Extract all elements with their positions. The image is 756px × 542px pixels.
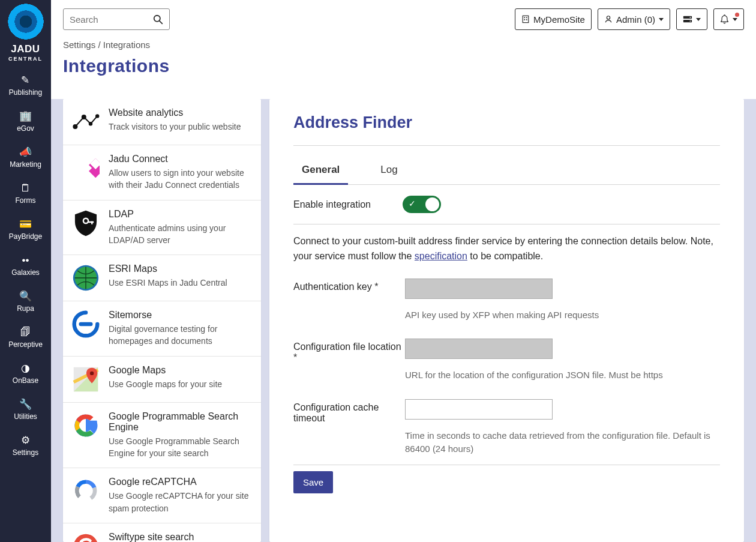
page-title: Integrations (63, 56, 744, 76)
nav-item-paybridge[interactable]: 💳PayBridge (8, 212, 43, 248)
chevron-down-icon (659, 18, 664, 21)
notification-dot-icon (735, 13, 739, 17)
integration-item-connect[interactable]: Jadu ConnectAllow users to sign into you… (63, 145, 261, 200)
building-icon (521, 15, 530, 23)
integration-item-sitemorse[interactable]: SitemorseDigital governance testing for … (63, 301, 261, 357)
svg-rect-2 (523, 16, 529, 22)
config-location-field: Configuration file location * URL for th… (293, 330, 720, 391)
svg-rect-3 (524, 17, 525, 19)
nav-item-perceptive[interactable]: 🗐Perceptive (8, 320, 43, 356)
svg-point-11 (690, 20, 691, 22)
auth-key-hint: API key used by XFP when making API requ… (405, 309, 720, 322)
required-mark: * (374, 282, 378, 292)
search-box[interactable] (63, 8, 170, 30)
marketing-icon: 📣 (19, 147, 32, 157)
integration-desc: Authenticate admins using your LDAP/AD s… (109, 222, 253, 247)
nav-label: Rupa (17, 304, 34, 313)
recaptcha-icon (71, 477, 100, 505)
nav-item-galaxies[interactable]: ••Galaxies (8, 248, 43, 284)
breadcrumb-settings[interactable]: Settings (63, 40, 95, 50)
apps-menu-button[interactable] (676, 8, 707, 30)
integration-title: Google Maps (109, 365, 222, 376)
nav-label: Galaxies (11, 268, 40, 277)
user-icon (604, 15, 613, 23)
brand-name: JADU (11, 43, 40, 55)
integration-item-analytics[interactable]: Website analyticsTrack visitors to your … (63, 99, 261, 145)
integration-title: Sitemorse (109, 310, 253, 321)
nav-label: Publishing (9, 88, 42, 97)
config-location-input[interactable] (405, 339, 553, 359)
sitemorse-icon (71, 310, 100, 339)
notifications-button[interactable] (713, 8, 744, 30)
svg-rect-4 (526, 17, 527, 19)
nav-label: Utilities (14, 412, 37, 421)
nav-item-forms[interactable]: 🗒Forms (8, 176, 43, 212)
svg-rect-20 (88, 221, 94, 222)
integration-desc: Use ESRI Maps in Jadu Central (109, 277, 227, 289)
save-button[interactable]: Save (293, 471, 333, 493)
integration-item-gmaps[interactable]: Google MapsUse Google maps for your site (63, 357, 261, 403)
integration-desc: Use Google maps for your site (109, 378, 222, 390)
nav-item-publishing[interactable]: ✎Publishing (8, 68, 43, 104)
integration-item-swiftype[interactable]: Swiftype site search (63, 523, 261, 542)
site-switcher-button[interactable]: MyDemoSite (515, 8, 592, 30)
nav-item-rupa[interactable]: 🔍Rupa (8, 284, 43, 320)
chevron-down-icon (733, 18, 737, 21)
tab-general[interactable]: General (293, 159, 348, 185)
egov-icon: 🏢 (19, 111, 32, 121)
auth-key-field: Authentication key * API key used by XFP… (293, 270, 720, 331)
logo-ring-icon (8, 4, 44, 40)
server-icon (683, 15, 692, 23)
breadcrumb-integrations[interactable]: Integrations (103, 40, 150, 50)
forms-icon: 🗒 (20, 183, 31, 193)
specification-link[interactable]: specification (415, 251, 467, 261)
tab-log[interactable]: Log (372, 159, 406, 185)
nav-item-marketing[interactable]: 📣Marketing (8, 140, 43, 176)
integration-desc: Use Google reCAPTCHA for your site spam … (109, 490, 253, 514)
rupa-icon: 🔍 (19, 291, 32, 301)
brand-logo[interactable]: JADU CENTRAL (8, 4, 44, 62)
integration-item-gsearch[interactable]: Google Programmable Search EngineUse Goo… (63, 403, 261, 469)
toggle-knob (425, 197, 439, 211)
nav-item-onbase[interactable]: ◑OnBase (8, 356, 43, 392)
check-icon: ✓ (409, 199, 416, 208)
settings-icon: ⚙ (21, 435, 30, 445)
gmaps-icon (71, 365, 100, 394)
svg-point-0 (154, 15, 160, 21)
nav-item-settings[interactable]: ⚙Settings (8, 428, 43, 464)
nav-label: eGov (17, 124, 34, 133)
brand-sub: CENTRAL (8, 56, 43, 62)
integration-detail-panel: Address Finder General Log Enable integr… (269, 99, 744, 542)
svg-rect-21 (91, 221, 92, 224)
config-location-label-text: Configuration file location (293, 342, 401, 352)
swiftype-icon (71, 532, 100, 542)
cache-timeout-hint: Time in seconds to cache data retrieved … (405, 429, 720, 456)
nav-item-egov[interactable]: 🏢eGov (8, 104, 43, 140)
gsearch-icon (71, 411, 100, 440)
integration-title: LDAP (109, 209, 253, 220)
integration-item-recaptcha[interactable]: Google reCAPTCHAUse Google reCAPTCHA for… (63, 468, 261, 523)
nav-label: Perceptive (8, 340, 43, 349)
svg-point-10 (690, 17, 691, 18)
admin-menu-button[interactable]: Admin (0) (598, 8, 670, 30)
search-input[interactable] (70, 14, 142, 25)
intro-text: Connect to your custom-built address fin… (293, 224, 720, 270)
cache-timeout-input[interactable] (405, 399, 553, 420)
sidebar: JADU CENTRAL ✎Publishing🏢eGov📣Marketing🗒… (0, 0, 51, 542)
integration-title: ESRI Maps (109, 263, 227, 274)
enable-toggle[interactable]: ✓ (403, 196, 441, 213)
nav-item-utilities[interactable]: 🔧Utilities (8, 392, 43, 428)
galaxies-icon: •• (22, 255, 29, 265)
bell-icon (720, 14, 729, 24)
auth-key-input[interactable] (405, 279, 553, 299)
integration-desc: Track visitors to your public website (109, 121, 241, 133)
integration-title: Swiftype site search (109, 532, 194, 542)
paybridge-icon: 💳 (19, 219, 32, 229)
detail-title: Address Finder (293, 113, 720, 132)
svg-line-1 (160, 21, 162, 23)
publishing-icon: ✎ (21, 75, 29, 85)
integration-item-ldap[interactable]: LDAPAuthenticate admins using your LDAP/… (63, 200, 261, 256)
nav-label: OnBase (13, 376, 38, 385)
integration-item-esri[interactable]: ESRI MapsUse ESRI Maps in Jadu Central (63, 255, 261, 301)
integration-title: Jadu Connect (109, 154, 253, 164)
